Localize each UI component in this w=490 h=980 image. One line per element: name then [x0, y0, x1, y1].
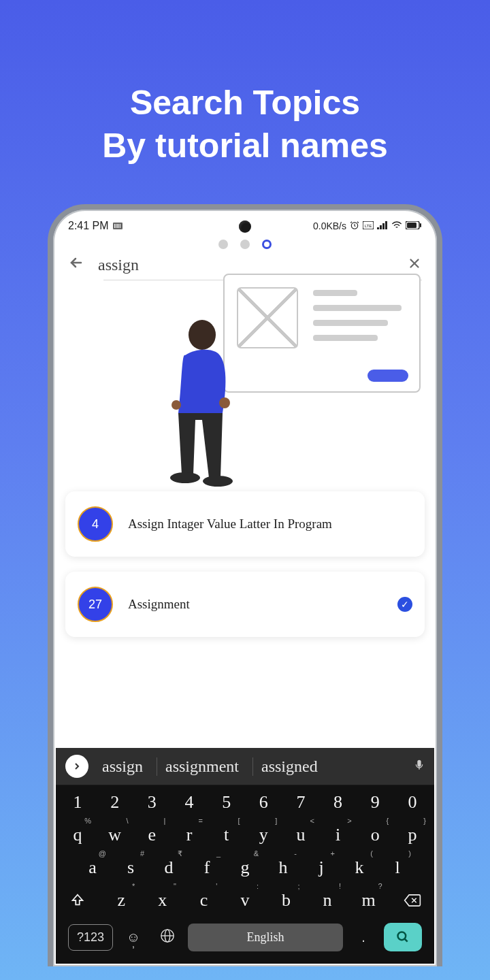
page-dot-active: [262, 240, 272, 249]
key-z[interactable]: z*: [105, 890, 137, 911]
back-arrow-icon[interactable]: [68, 255, 84, 276]
status-time: 2:41 PM: [68, 220, 109, 232]
key-v[interactable]: v:: [229, 890, 261, 911]
key-u[interactable]: u<: [284, 825, 317, 845]
suggestion[interactable]: assign: [94, 757, 151, 776]
key-y[interactable]: y]: [247, 825, 280, 845]
search-results: 4 Assign Intager Value Latter In Program…: [56, 491, 434, 652]
svg-point-19: [398, 932, 406, 941]
promo-line1: Search Topics: [102, 82, 388, 125]
key-h[interactable]: h-: [267, 858, 299, 878]
key-s[interactable]: s#: [114, 858, 147, 878]
key-m[interactable]: m?: [353, 890, 385, 911]
keyboard-indicator-icon: [113, 223, 122, 229]
key-2[interactable]: 2: [99, 792, 131, 813]
key-c[interactable]: c': [187, 890, 220, 911]
keyboard: assign assignment assigned 1234567890 q%…: [56, 748, 434, 964]
alarm-icon: [350, 220, 359, 232]
key-t[interactable]: t[: [210, 825, 243, 845]
key-x[interactable]: x": [146, 890, 179, 911]
expand-suggestions-button[interactable]: [65, 755, 88, 778]
key-w[interactable]: w\: [99, 825, 131, 845]
key-i[interactable]: i>: [322, 825, 355, 845]
key-p[interactable]: p}: [396, 825, 429, 845]
key-r[interactable]: r=: [173, 825, 206, 845]
key-l[interactable]: l): [381, 858, 414, 878]
clear-search-icon[interactable]: [407, 255, 422, 276]
key-8[interactable]: 8: [322, 792, 355, 813]
result-title: Assignment: [128, 597, 382, 612]
key-1[interactable]: 1: [61, 792, 94, 813]
phone-frame: 2:41 PM 0.0KB/s LTE: [48, 204, 442, 966]
svg-rect-6: [385, 221, 387, 229]
svg-rect-4: [380, 225, 382, 229]
svg-rect-5: [382, 223, 385, 229]
svg-rect-8: [407, 223, 416, 228]
page-dot: [218, 240, 228, 249]
keyboard-keys: 1234567890 q%w\e|r=t[y]u<i>o{p} a@s#d₹f_…: [56, 785, 434, 964]
key-0[interactable]: 0: [396, 792, 429, 813]
key-3[interactable]: 3: [135, 792, 168, 813]
key-4[interactable]: 4: [173, 792, 206, 813]
svg-text:LTE: LTE: [365, 224, 372, 228]
svg-point-11: [170, 472, 200, 483]
key-d[interactable]: d₹: [152, 858, 185, 878]
illustration-button: [368, 370, 408, 382]
person-illustration-icon: [144, 318, 246, 495]
promo-title: Search Topics By tutorial names: [102, 82, 388, 167]
key-f[interactable]: f_: [191, 858, 223, 878]
key-b[interactable]: b;: [270, 890, 303, 911]
key-6[interactable]: 6: [247, 792, 280, 813]
result-title: Assign Intager Value Latter In Program: [128, 517, 412, 532]
key-g[interactable]: g&: [229, 858, 261, 878]
svg-point-13: [219, 397, 230, 408]
emoji-key[interactable]: ☺,: [120, 930, 147, 945]
result-number-badge: 4: [78, 506, 113, 542]
svg-point-10: [189, 320, 216, 350]
search-action-key[interactable]: [384, 923, 422, 951]
key-q[interactable]: q%: [61, 825, 94, 845]
key-e[interactable]: e|: [135, 825, 168, 845]
backspace-key[interactable]: [396, 890, 429, 911]
key-n[interactable]: n!: [311, 890, 344, 911]
voice-input-icon[interactable]: [414, 758, 425, 775]
camera-notch: [239, 220, 251, 233]
promo-line2: By tutorial names: [102, 125, 388, 167]
page-indicator: [56, 235, 434, 249]
result-number-badge: 27: [78, 587, 113, 622]
key-7[interactable]: 7: [284, 792, 317, 813]
result-card[interactable]: 4 Assign Intager Value Latter In Program: [65, 491, 425, 557]
key-o[interactable]: o{: [359, 825, 391, 845]
key-a[interactable]: a@: [76, 858, 109, 878]
illustration-card: [223, 274, 421, 393]
volte-icon: LTE: [363, 220, 374, 231]
signal-icon: [377, 220, 388, 231]
svg-rect-9: [420, 223, 421, 227]
language-key[interactable]: [154, 928, 181, 947]
svg-line-20: [405, 939, 408, 942]
illustration: [56, 280, 434, 491]
key-j[interactable]: j+: [305, 858, 338, 878]
shift-key[interactable]: [61, 890, 94, 911]
svg-point-14: [172, 400, 181, 410]
completed-check-icon: ✓: [397, 597, 412, 612]
symbols-key[interactable]: ?123: [68, 924, 113, 951]
search-input[interactable]: [98, 256, 393, 274]
suggestion[interactable]: assignment: [157, 757, 247, 776]
svg-rect-3: [377, 227, 379, 229]
result-card[interactable]: 27 Assignment ✓: [65, 572, 425, 637]
keyboard-suggestion-bar: assign assignment assigned: [56, 748, 434, 785]
key-9[interactable]: 9: [359, 792, 391, 813]
space-key[interactable]: English: [188, 924, 343, 951]
suggestion[interactable]: assigned: [252, 757, 326, 776]
battery-icon: [406, 220, 422, 231]
page-dot: [240, 240, 250, 249]
wifi-icon: [391, 220, 402, 231]
period-key[interactable]: .: [350, 930, 377, 945]
key-5[interactable]: 5: [210, 792, 243, 813]
status-net-speed: 0.0KB/s: [313, 220, 346, 231]
key-k[interactable]: k(: [343, 858, 376, 878]
svg-point-12: [203, 476, 233, 487]
